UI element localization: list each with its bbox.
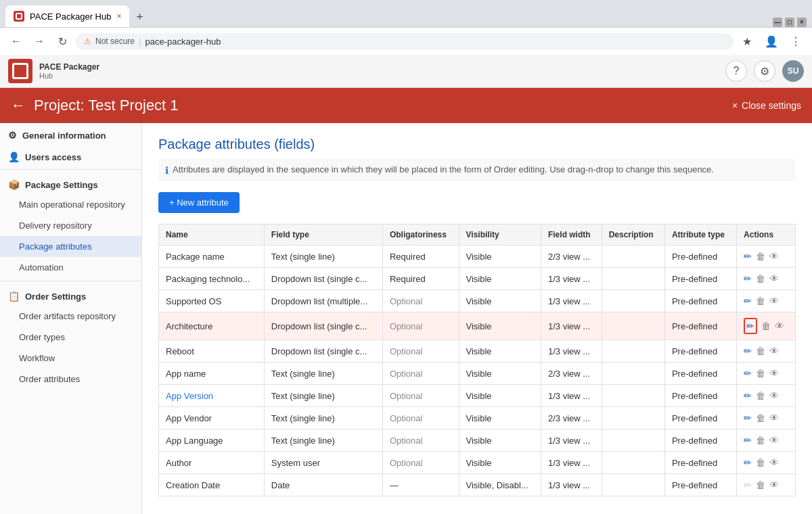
table-row: Reboot Dropdown list (single c... Option… xyxy=(159,340,796,363)
col-field-width: Field width xyxy=(541,225,602,246)
cell-obligatoriness: Optional xyxy=(382,452,459,474)
edit-button[interactable]: ✏ xyxy=(744,413,752,423)
cell-field-width: 1/3 view ... xyxy=(541,385,602,407)
delete-button[interactable]: 🗑 xyxy=(756,390,765,401)
cell-visibility: Visible xyxy=(459,385,541,407)
cell-obligatoriness: — xyxy=(382,474,459,496)
profile-button[interactable]: 👤 xyxy=(762,32,781,51)
edit-button[interactable]: ✏ xyxy=(744,273,752,284)
delete-button[interactable]: 🗑 xyxy=(756,368,765,379)
cell-name: Reboot xyxy=(159,340,265,363)
delete-button[interactable]: 🗑 xyxy=(756,457,765,468)
close-settings-button[interactable]: × Close settings xyxy=(732,100,801,111)
cell-field-type: Text (single line) xyxy=(264,363,382,385)
forward-button[interactable]: → xyxy=(30,32,49,51)
sidebar-item-order-attributes[interactable]: Order attributes xyxy=(0,369,141,390)
delete-button[interactable]: 🗑 xyxy=(756,346,765,356)
visibility-button[interactable]: 👁 xyxy=(769,435,779,446)
order-settings-label: Order Settings xyxy=(25,291,86,302)
sidebar-item-order-types[interactable]: Order types xyxy=(0,327,141,348)
table-row: App name Text (single line) Optional Vis… xyxy=(159,363,796,385)
delete-button[interactable]: 🗑 xyxy=(756,251,765,262)
cell-actions: ✏ 🗑 👁 xyxy=(737,429,796,452)
sidebar-item-workflow[interactable]: Workflow xyxy=(0,348,141,369)
visibility-button[interactable]: 👁 xyxy=(769,368,779,379)
sidebar-item-package-attributes[interactable]: Package attributes xyxy=(0,236,141,257)
visibility-button[interactable]: 👁 xyxy=(769,251,779,262)
edit-button[interactable]: ✏ xyxy=(744,318,757,334)
tab-close-button[interactable]: × xyxy=(116,11,121,21)
cell-obligatoriness: Optional xyxy=(382,429,459,452)
browser-tab[interactable]: PACE Packager Hub × xyxy=(5,5,129,27)
delete-button[interactable]: 🗑 xyxy=(761,321,771,331)
cell-actions: ✏ 🗑 👁 xyxy=(737,452,796,474)
visibility-button[interactable]: 👁 xyxy=(775,321,784,331)
bookmark-button[interactable]: ★ xyxy=(738,32,757,51)
minimize-button[interactable]: — xyxy=(773,18,782,27)
address-bar[interactable]: ⚠ Not secure | pace-packager-hub xyxy=(76,33,734,50)
edit-button[interactable]: ✏ xyxy=(744,368,752,379)
delete-button[interactable]: 🗑 xyxy=(756,296,765,306)
edit-button[interactable]: ✏ xyxy=(744,457,752,468)
cell-attribute-type: Pre-defined xyxy=(664,407,736,429)
new-attribute-button[interactable]: + New attribute xyxy=(158,192,240,213)
user-avatar[interactable]: SU xyxy=(782,60,804,82)
cell-name: Supported OS xyxy=(159,290,265,312)
app-logo xyxy=(8,59,32,83)
visibility-button[interactable]: 👁 xyxy=(769,413,779,423)
visibility-button[interactable]: 👁 xyxy=(769,346,779,356)
app-name-line1: PACE Packager xyxy=(39,62,99,72)
delete-button[interactable]: 🗑 xyxy=(756,480,765,490)
info-icon: ℹ xyxy=(165,165,168,176)
visibility-button[interactable]: 👁 xyxy=(769,296,779,306)
cell-field-width: 2/3 view ... xyxy=(541,246,602,268)
cell-visibility: Visible xyxy=(459,246,541,268)
sidebar-item-main-operational-repo[interactable]: Main operational repository xyxy=(0,194,141,215)
visibility-button[interactable]: 👁 xyxy=(769,457,779,468)
settings-button[interactable]: ⚙ xyxy=(754,60,775,82)
visibility-button[interactable]: 👁 xyxy=(769,273,779,284)
refresh-button[interactable]: ↻ xyxy=(53,32,72,51)
edit-button[interactable]: ✏ xyxy=(744,435,752,446)
cell-attribute-type: Pre-defined xyxy=(664,246,736,268)
sidebar-item-delivery-repo[interactable]: Delivery repository xyxy=(0,215,141,236)
app-header-right: ? ⚙ SU xyxy=(725,60,804,82)
edit-button[interactable]: ✏ xyxy=(744,251,752,262)
cell-attribute-type: Pre-defined xyxy=(664,452,736,474)
url-text: pace-packager-hub xyxy=(145,37,221,47)
visibility-button[interactable]: 👁 xyxy=(769,480,779,490)
cell-description xyxy=(602,474,664,496)
edit-button[interactable]: ✏ xyxy=(744,390,752,401)
sidebar-item-order-artifacts-repo[interactable]: Order artifacts repository xyxy=(0,306,141,327)
back-button[interactable]: ← xyxy=(7,32,26,51)
sidebar-item-users-access[interactable]: 👤 Users access xyxy=(0,145,141,166)
sidebar-package-settings-header[interactable]: 📦 Package Settings xyxy=(0,172,141,194)
delete-button[interactable]: 🗑 xyxy=(756,435,765,446)
back-to-projects-button[interactable]: ← xyxy=(11,97,26,114)
visibility-button[interactable]: 👁 xyxy=(769,390,779,401)
cell-field-width: 2/3 view ... xyxy=(541,407,602,429)
edit-button[interactable]: ✏ xyxy=(744,480,752,490)
new-tab-button[interactable]: + xyxy=(129,7,150,27)
edit-button[interactable]: ✏ xyxy=(744,296,752,306)
delete-button[interactable]: 🗑 xyxy=(756,273,765,284)
delete-button[interactable]: 🗑 xyxy=(756,413,765,423)
cell-visibility: Visible xyxy=(459,290,541,312)
close-window-button[interactable]: × xyxy=(797,18,807,27)
menu-button[interactable]: ⋮ xyxy=(786,32,805,51)
cell-field-type: Dropdown list (multiple... xyxy=(264,290,382,312)
table-row: App Vendor Text (single line) Optional V… xyxy=(159,407,796,429)
sidebar-item-general-information[interactable]: ⚙ General information xyxy=(0,123,141,145)
cell-attribute-type: Pre-defined xyxy=(664,340,736,363)
edit-button[interactable]: ✏ xyxy=(744,346,752,356)
sidebar-item-automation[interactable]: Automation xyxy=(0,257,141,278)
cell-field-type: Dropdown list (single c... xyxy=(264,340,382,363)
sidebar-order-settings-header[interactable]: 📋 Order Settings xyxy=(0,284,141,306)
help-button[interactable]: ? xyxy=(725,60,747,82)
attributes-table: Name Field type Obligatoriness Visibilit… xyxy=(158,224,796,496)
cell-visibility: Visible xyxy=(459,340,541,363)
maximize-button[interactable]: □ xyxy=(785,18,794,27)
cell-description xyxy=(602,312,664,340)
cell-obligatoriness: Optional xyxy=(382,407,459,429)
package-settings-label: Package Settings xyxy=(25,180,98,190)
